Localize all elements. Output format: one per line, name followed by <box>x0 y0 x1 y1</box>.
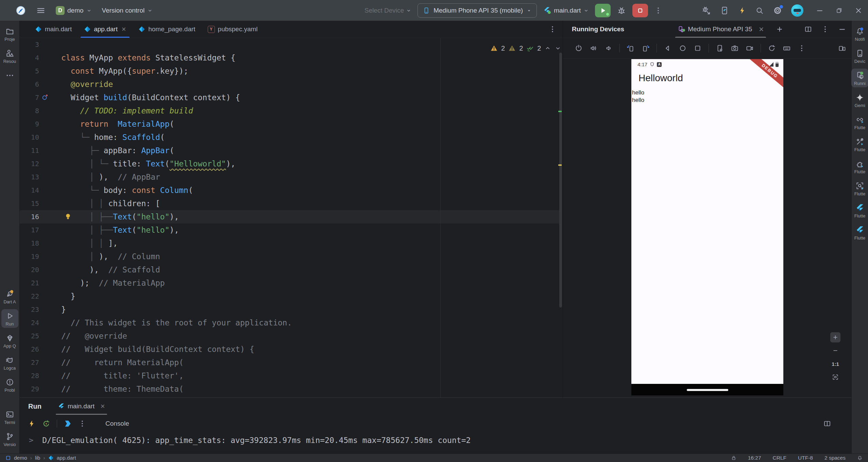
stop-button[interactable] <box>632 4 648 17</box>
emulator-screen[interactable]: 4:17 A 3G DEBUG Helloworld hellohello <box>631 59 783 384</box>
breadcrumb-demo[interactable]: demo <box>14 455 27 461</box>
rotate-l-button[interactable] <box>627 44 635 52</box>
breadcrumb[interactable]: demo›lib›app.dart <box>5 455 76 461</box>
add-device-icon[interactable] <box>776 25 784 33</box>
back-button[interactable] <box>664 44 672 52</box>
vol-down-button[interactable] <box>605 44 613 52</box>
tool-stripe-project[interactable]: Proje <box>1 24 18 43</box>
console-tab[interactable]: Console <box>105 420 129 427</box>
hot-restart-icon[interactable] <box>42 419 51 428</box>
notifications-icon[interactable] <box>857 455 863 461</box>
console-output[interactable]: > D/EGL_emulation( 4625): app_time_stats… <box>19 436 852 445</box>
tool-stripe-flutter-performance[interactable]: Flutte <box>851 157 868 176</box>
zoom-actual-button[interactable]: 1:1 <box>830 359 840 369</box>
run-tab[interactable]: main.dart ✕ <box>56 398 107 415</box>
attach-debugger-icon[interactable] <box>701 6 711 15</box>
tool-stripe-flutter-outline[interactable]: Flutte <box>851 135 868 154</box>
lock-icon[interactable] <box>731 455 736 461</box>
prev-problem-icon[interactable] <box>544 45 551 52</box>
open-devtools-icon[interactable] <box>63 419 72 428</box>
console-layout-icon[interactable] <box>823 420 831 428</box>
line-number: 8 <box>19 104 39 118</box>
editor-tab-pubspec.yaml[interactable]: Ypubspec.yaml <box>202 21 264 38</box>
tool-stripe-flutter-preview[interactable]: Flutte <box>851 179 868 198</box>
tool-stripe-dart-analysis[interactable]: Dart A <box>1 287 18 306</box>
overview-sq-button[interactable] <box>694 44 702 52</box>
file-encoding[interactable]: UTF-8 <box>798 455 813 461</box>
run-more-icon[interactable] <box>78 420 86 428</box>
camera-button[interactable] <box>731 44 739 52</box>
more-actions-icon[interactable] <box>654 6 662 15</box>
editor-tab-main.dart[interactable]: main.dart <box>29 21 78 38</box>
inspections-widget[interactable]: 2 2 2 <box>490 42 561 54</box>
panel-options-icon[interactable] <box>821 25 829 33</box>
tool-stripe-logcat[interactable]: Logca <box>1 353 18 372</box>
tool-stripe-app-quality-insights[interactable]: App Q <box>1 331 18 350</box>
editor-tab-home_page.dart[interactable]: home_page.dart <box>132 21 201 38</box>
tool-stripe-notifications[interactable]: Notifi <box>851 24 868 43</box>
close-tab-icon[interactable]: ✕ <box>121 26 126 33</box>
close-window-icon[interactable] <box>854 6 863 15</box>
tool-stripe-flutter-inspector[interactable]: Flutte <box>851 113 868 131</box>
device-settings-button[interactable] <box>716 44 724 52</box>
editor-options-icon[interactable] <box>548 25 557 33</box>
main-menu-icon[interactable] <box>36 6 46 15</box>
vol-up-button[interactable] <box>590 44 598 52</box>
tool-stripe-problems[interactable]: Probl <box>1 375 18 394</box>
video-button[interactable] <box>746 44 754 52</box>
indent-size[interactable]: 2 spaces <box>824 455 846 461</box>
gesture-pill[interactable] <box>687 389 728 391</box>
keyboard-button[interactable] <box>783 44 791 52</box>
reset-button[interactable] <box>768 44 776 52</box>
tool-stripe-flutter-6[interactable]: Flutte <box>851 223 868 242</box>
device-dropdown[interactable]: Medium Phone API 35 (mobile) <box>418 3 537 18</box>
zoom-in-button[interactable] <box>830 332 840 342</box>
hot-reload-icon[interactable] <box>28 420 36 428</box>
caret-position[interactable]: 16:27 <box>748 455 761 461</box>
breadcrumb-lib[interactable]: lib <box>35 455 40 461</box>
select-device-dropdown[interactable]: Select Device <box>364 7 411 14</box>
more-v-button[interactable] <box>798 44 806 52</box>
editor-tab-app.dart[interactable]: app.dart✕ <box>78 21 132 38</box>
device-mirroring-icon[interactable] <box>720 6 729 15</box>
breadcrumb-app.dart[interactable]: app.dart <box>57 455 76 461</box>
power-button[interactable] <box>575 44 583 52</box>
close-tab-icon[interactable]: ✕ <box>759 25 764 33</box>
vcs-widget[interactable]: Version control <box>102 7 153 14</box>
editor-scrollbar[interactable] <box>559 53 562 307</box>
line-separator[interactable]: CRLF <box>773 455 786 461</box>
zoom-fit-button[interactable] <box>830 372 840 382</box>
project-widget[interactable]: D demo <box>56 6 92 15</box>
run-config-dropdown[interactable]: main.dart <box>543 6 589 15</box>
hide-panel-icon[interactable] <box>838 25 846 33</box>
debug-button[interactable] <box>617 6 626 15</box>
home-button[interactable] <box>679 44 687 52</box>
tool-stripe-device-manager[interactable]: Devic <box>851 47 868 65</box>
lightning-icon[interactable] <box>738 6 746 15</box>
line-number: 20 <box>19 263 39 277</box>
run-button[interactable] <box>595 4 611 17</box>
rotate-r-button[interactable] <box>642 44 650 52</box>
tool-stripe-resource-manager[interactable]: Resou <box>1 47 18 65</box>
next-problem-icon[interactable] <box>555 45 561 52</box>
settings-gear-icon[interactable] <box>773 6 782 15</box>
tool-stripe-gemini[interactable]: Gemi <box>851 91 868 109</box>
tool-stripe-version-control[interactable]: Versio <box>1 430 18 448</box>
maximize-window-icon[interactable] <box>835 7 843 14</box>
minimize-window-icon[interactable] <box>816 6 824 15</box>
tool-stripe-running-devices[interactable]: Runni <box>851 69 868 87</box>
tool-stripe-terminal[interactable]: Termi <box>1 408 18 426</box>
avatar[interactable] <box>791 4 803 17</box>
split-panel-icon[interactable] <box>804 25 812 33</box>
tool-stripe-more-tool-windows[interactable] <box>1 69 18 81</box>
display-mode-icon[interactable] <box>838 44 846 52</box>
override-gutter-icon[interactable] <box>41 93 49 101</box>
zoom-out-button[interactable] <box>830 345 840 356</box>
search-icon[interactable] <box>755 6 764 15</box>
tool-stripe-flutter-5[interactable]: Flutte <box>851 201 868 220</box>
tool-stripe-run[interactable]: Run <box>1 309 18 328</box>
code-editor[interactable]: 3456789101112131415161718192021222324252… <box>19 38 563 397</box>
close-run-tab-icon[interactable]: ✕ <box>100 403 105 410</box>
intention-bulb-icon[interactable] <box>64 212 72 220</box>
device-tab[interactable]: Medium Phone API 35 ✕ <box>675 21 766 38</box>
